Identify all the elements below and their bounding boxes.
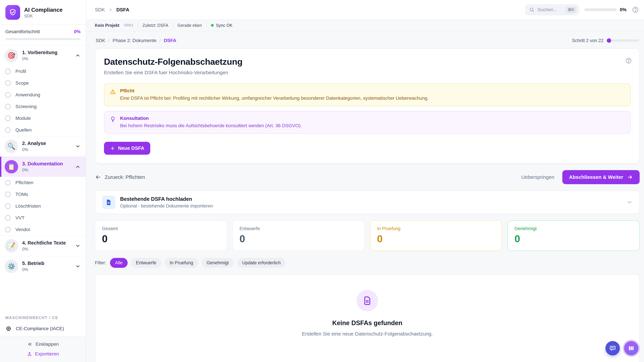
section-progress: 0%	[22, 267, 71, 272]
sidebar-item-vvt[interactable]: VVT	[0, 212, 86, 224]
overall-progress: Gesamtfortschritt 0%	[0, 25, 86, 45]
empty-state-subtitle: Erstellen Sie eine neue Datenschutz-Folg…	[302, 331, 433, 337]
consultation-alert-text: Bei hohem Restrisiko muss die Aufsichtsb…	[120, 123, 302, 128]
page-title: Datenschutz-Folgenabschaetzung	[104, 57, 630, 67]
filter-pill-entwuerfe[interactable]: Entwuerfe	[131, 258, 162, 268]
search-icon	[529, 7, 534, 12]
filter-label: Filter:	[95, 260, 106, 266]
radio-circle-icon	[5, 115, 11, 121]
page-breadcrumb-phase[interactable]: Phase 2: Dokumente	[112, 38, 156, 43]
sidebar-section-4-rechtliche-texte[interactable]: 📝4. Rechtliche Texte0%	[0, 236, 86, 256]
sidebar-section-3-dokumentation[interactable]: 📋3. Dokumentation0%	[0, 156, 86, 177]
header-progress-value: 0%	[620, 7, 626, 12]
filter-pill-update-erforderlich[interactable]: Update erforderlich	[237, 258, 286, 268]
version-badge: V001	[124, 23, 134, 28]
divider	[206, 23, 206, 27]
upload-panel-title: Bestehende DSFA hochladen	[120, 196, 213, 202]
radio-circle-icon	[5, 68, 11, 74]
sidebar-item-vendor[interactable]: Vendor	[0, 224, 86, 236]
sidebar-item-label: Quellen	[16, 127, 32, 133]
filter-row: Filter: AlleEntwuerfeIn PruefungGenehmig…	[95, 258, 640, 268]
sidebar-section-1-vorbereitung[interactable]: 🎯1. Vorbereitung0%	[0, 45, 86, 65]
sidebar: AI Compliance SDK Gesamtfortschritt 0% 🎯…	[0, 0, 86, 362]
upload-export-icon	[27, 351, 32, 357]
sidebar-item-quellen[interactable]: Quellen	[0, 124, 86, 136]
new-dsfa-button[interactable]: Neue DSFA	[104, 142, 150, 155]
breadcrumb-current: DSFA	[116, 7, 129, 12]
sidebar-item-label: Screening	[16, 104, 36, 109]
filter-pill-alle[interactable]: Alle	[110, 258, 128, 268]
content-area: SDK / Phase 2: Dokumente / DSFA Schritt …	[86, 31, 644, 362]
back-button[interactable]: Zurueck: Pflichten	[95, 174, 145, 180]
card-help-icon[interactable]	[625, 57, 632, 64]
sidebar-item-l-schfristen[interactable]: Löschfristen	[0, 200, 86, 212]
filter-pill-in-pruefung[interactable]: In Pruefung	[165, 258, 198, 268]
step-progress-bar	[607, 39, 639, 42]
sidebar-item-pflichten[interactable]: Pflichten	[0, 177, 86, 189]
skip-button[interactable]: Ueberspringen	[521, 174, 554, 180]
section-progress: 0%	[22, 147, 71, 152]
sidebar-item-anwendung[interactable]: Anwendung	[0, 89, 86, 101]
sidebar-item-module[interactable]: Module	[0, 112, 86, 124]
page-breadcrumb: SDK / Phase 2: Dokumente / DSFA	[96, 38, 176, 43]
radio-circle-icon	[5, 227, 11, 232]
radio-circle-icon	[5, 180, 11, 186]
mandatory-alert: Pflicht Eine DSFA ist Pflicht bei: Profi…	[104, 83, 630, 106]
section-label: 2. Analyse	[22, 141, 71, 146]
magnifier-icon: 🔍	[5, 140, 18, 153]
chat-fab-button[interactable]	[606, 341, 620, 356]
stat-card-genehmigt: Genehmigt0	[508, 220, 640, 251]
search-placeholder: Suchen...	[538, 7, 563, 12]
breadcrumb-root[interactable]: SDK	[95, 7, 105, 12]
upload-existing-dsfa-panel[interactable]: Bestehende DSFA hochladen Optional - bes…	[95, 191, 640, 214]
sync-status: Sync OK	[211, 23, 232, 28]
sidebar-item-label: Löschfristen	[16, 203, 41, 209]
sidebar-item-toms[interactable]: TOMs	[0, 189, 86, 200]
top-bar: SDK DSFA Suchen... ⌘K 0%	[86, 0, 644, 20]
chevron-right-icon	[108, 7, 113, 12]
upload-panel-subtitle: Optional - bestehende Dokumente importie…	[120, 203, 213, 209]
sidebar-item-scope[interactable]: Scope	[0, 77, 86, 89]
sidebar-section-5-betrieb[interactable]: ⚙️5. Betrieb0%	[0, 256, 86, 276]
section-label: 4. Rechtliche Texte	[22, 240, 71, 246]
breadcrumb: SDK DSFA	[95, 7, 129, 12]
stat-value: 0	[240, 233, 358, 245]
columns-fab-button[interactable]	[624, 341, 639, 356]
floating-buttons	[606, 341, 639, 356]
consultation-alert-title: Konsultation	[120, 116, 302, 121]
mandatory-alert-title: Pflicht	[120, 88, 429, 93]
sidebar-item-label: Pflichten	[16, 180, 33, 185]
filter-pill-genehmigt[interactable]: Genehmigt	[202, 258, 234, 268]
section-progress: 0%	[22, 168, 71, 172]
sidebar-item-profil[interactable]: Profil	[0, 65, 86, 77]
sync-ok-dot-icon	[211, 24, 214, 27]
collapse-label: Einklappen	[36, 342, 59, 347]
chevron-down-icon	[75, 264, 80, 269]
radio-circle-icon	[5, 80, 11, 86]
stat-label: In Pruefung	[377, 226, 495, 231]
radio-circle-icon	[5, 192, 11, 197]
stat-value: 0	[514, 233, 632, 245]
sidebar-item-label: Module	[16, 116, 31, 121]
app-subtitle: SDK	[24, 13, 62, 18]
stats-row: Gesamt0Entwuerfe0In Pruefung0Genehmigt0	[95, 220, 640, 251]
overall-progress-bar	[5, 38, 80, 40]
page-breadcrumb-row: SDK / Phase 2: Dokumente / DSFA Schritt …	[95, 31, 640, 48]
complete-and-next-button[interactable]: Abschliessen & Weiter	[562, 170, 640, 184]
page-breadcrumb-root[interactable]: SDK	[96, 38, 105, 43]
header-progress: 0%	[584, 7, 626, 12]
sidebar-section-2-analyse[interactable]: 🔍2. Analyse0%	[0, 136, 86, 156]
last-document-status: Zuletzt: DSFA	[142, 23, 168, 28]
header-progress-bar	[584, 8, 616, 11]
collapse-sidebar-button[interactable]: Einklappen	[27, 342, 59, 347]
help-icon[interactable]	[632, 6, 639, 13]
sidebar-item-screening[interactable]: Screening	[0, 101, 86, 112]
chat-bubble-icon	[609, 345, 616, 352]
sidebar-item-ce-compliance[interactable]: CE-Compliance (IACE)	[0, 323, 86, 337]
warning-triangle-icon	[110, 88, 116, 95]
search-input[interactable]: Suchen... ⌘K	[525, 4, 579, 15]
export-button[interactable]: Exportieren	[27, 351, 59, 357]
lightbulb-icon	[110, 116, 116, 122]
main-area: SDK DSFA Suchen... ⌘K 0%	[86, 0, 644, 362]
machine-section-header: MASCHINENRECHT / CE	[0, 310, 86, 323]
